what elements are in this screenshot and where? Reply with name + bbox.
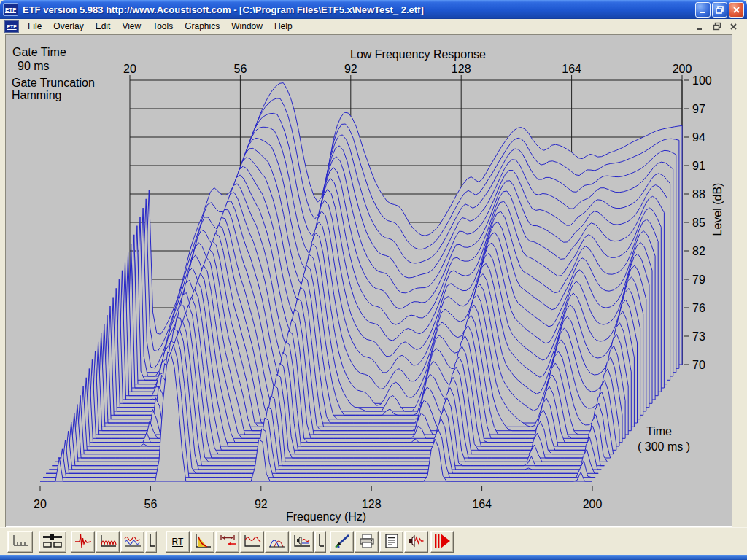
- menu-item-tools[interactable]: Tools: [147, 20, 179, 33]
- svg-text:20: 20: [123, 63, 136, 75]
- minimize-icon: [699, 6, 707, 14]
- svg-text:Frequency (Hz): Frequency (Hz): [286, 510, 366, 523]
- run-measurement-button[interactable]: [430, 531, 454, 553]
- toolbar: RT: [0, 527, 747, 556]
- decay-triangle-icon: [193, 533, 212, 551]
- menu-bar: ETF FileOverlayEditViewToolsGraphicsWind…: [0, 19, 747, 34]
- svg-text:200: 200: [673, 63, 692, 75]
- waterfall-chart: 205692128164200Low Frequency Response100…: [5, 34, 732, 527]
- svg-text:Time: Time: [646, 425, 672, 438]
- etf-document-icon: ETF: [4, 20, 19, 33]
- rt-button[interactable]: RT: [166, 531, 190, 553]
- window-bottom-edge: [0, 555, 747, 560]
- svg-text:100: 100: [692, 74, 712, 87]
- mdi-restore-button[interactable]: [711, 21, 723, 31]
- svg-text:94: 94: [692, 131, 705, 144]
- svg-text:Gate Truncation: Gate Truncation: [12, 77, 95, 89]
- axis-corner-button[interactable]: [145, 531, 157, 553]
- title-bar: ETF ETF version 5.983 http://www.Acousti…: [0, 0, 747, 19]
- wave-train-icon: [98, 533, 117, 551]
- svg-text:90 ms: 90 ms: [18, 60, 50, 72]
- sweep-axis-button[interactable]: [7, 531, 33, 553]
- slider-boxes-icon: [42, 533, 63, 551]
- corner-axis-icon: [316, 533, 325, 551]
- paintbrush-icon: [333, 533, 352, 551]
- arrow-span-icon: [218, 533, 237, 551]
- menu-item-view[interactable]: View: [116, 20, 147, 33]
- svg-text:Gate Time: Gate Time: [12, 46, 66, 58]
- svg-text:85: 85: [692, 217, 705, 229]
- axis-ticks-icon: [11, 533, 30, 551]
- svg-text:82: 82: [692, 245, 705, 257]
- app-window: ETF ETF version 5.983 http://www.Acousti…: [0, 0, 747, 560]
- impulse-response-button[interactable]: [71, 531, 95, 553]
- mdi-restore-icon: [713, 22, 721, 31]
- svg-text:73: 73: [692, 330, 705, 343]
- plot-area: 205692128164200Low Frequency Response100…: [5, 34, 732, 527]
- gate-settings-button[interactable]: [39, 531, 66, 553]
- impulse-icon: [74, 533, 93, 551]
- svg-text:76: 76: [692, 302, 705, 314]
- frequency-response-button[interactable]: [96, 531, 120, 553]
- document-icon: [382, 533, 401, 551]
- printer-icon: [357, 533, 376, 551]
- energy-decay-button[interactable]: [190, 531, 214, 553]
- print-button[interactable]: [355, 531, 379, 553]
- close-icon: [732, 6, 740, 14]
- menu-item-overlay[interactable]: Overlay: [47, 20, 89, 33]
- axis-corner-button-2[interactable]: [314, 531, 326, 553]
- minimize-button[interactable]: [695, 2, 711, 18]
- svg-text:70: 70: [692, 359, 705, 371]
- svg-text:88: 88: [692, 188, 705, 201]
- colors-button[interactable]: [330, 531, 354, 553]
- menu-item-graphics[interactable]: Graphics: [179, 20, 225, 33]
- svg-text:97: 97: [692, 103, 705, 115]
- menu-item-file[interactable]: File: [22, 20, 47, 33]
- mdi-minimize-icon: [696, 22, 705, 31]
- svg-text:128: 128: [452, 63, 471, 75]
- menu-item-help[interactable]: Help: [268, 20, 298, 33]
- svg-text:Hamming: Hamming: [12, 89, 61, 101]
- svg-text:20: 20: [34, 498, 47, 510]
- multi-wave-icon: [123, 533, 142, 551]
- speaker-wave-icon: [407, 533, 426, 551]
- bell-curves-icon: [268, 533, 287, 551]
- svg-text:92: 92: [255, 498, 268, 510]
- mdi-close-icon: [729, 22, 738, 31]
- svg-text:200: 200: [583, 498, 603, 510]
- svg-text:56: 56: [234, 63, 247, 75]
- play-bars-icon: [433, 533, 452, 551]
- svg-text:128: 128: [362, 498, 382, 510]
- speaker-response-button[interactable]: [290, 531, 314, 553]
- mdi-minimize-button[interactable]: [694, 21, 706, 31]
- smooth-wave-icon: [243, 533, 262, 551]
- restore-icon: [716, 6, 724, 14]
- svg-text:91: 91: [692, 160, 705, 172]
- svg-text:164: 164: [472, 498, 492, 510]
- corner-axis-icon: [147, 533, 155, 551]
- rt-label: RT: [172, 537, 184, 547]
- mdi-close-button[interactable]: [728, 21, 740, 31]
- svg-text:Level (dB): Level (dB): [711, 183, 724, 236]
- svg-text:56: 56: [144, 498, 158, 510]
- svg-text:164: 164: [562, 63, 581, 75]
- window-title: ETF version 5.983 http://www.Acoustisoft…: [18, 4, 695, 15]
- svg-text:92: 92: [344, 63, 357, 75]
- svg-text:Low Frequency Response: Low Frequency Response: [350, 48, 486, 61]
- close-button[interactable]: [729, 2, 744, 18]
- restore-button[interactable]: [712, 2, 727, 18]
- report-button[interactable]: [379, 531, 403, 553]
- app-icon: ETF: [3, 3, 18, 16]
- signal-generator-button[interactable]: [404, 531, 428, 553]
- overlay-curves-button[interactable]: [120, 531, 144, 553]
- menu-item-window[interactable]: Window: [225, 20, 268, 33]
- low-freq-response-button[interactable]: [240, 531, 264, 553]
- waterfall-button[interactable]: [265, 531, 289, 553]
- svg-text:( 300 ms ): ( 300 ms ): [638, 440, 690, 453]
- mdi-window-controls: [694, 21, 747, 31]
- speaker-axis-icon: [293, 533, 311, 551]
- gate-range-button[interactable]: [215, 531, 239, 553]
- menu-item-edit[interactable]: Edit: [90, 20, 117, 33]
- svg-text:79: 79: [692, 273, 705, 286]
